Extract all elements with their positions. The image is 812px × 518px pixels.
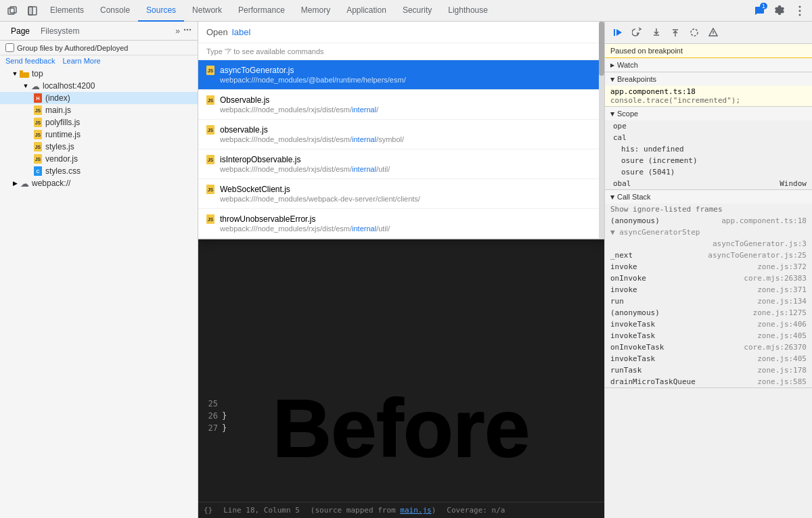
tree-item-styles-js[interactable]: JS styles.js bbox=[0, 141, 198, 153]
more-tabs-icon[interactable]: » bbox=[175, 26, 180, 36]
tree-item-localhost[interactable]: ▼ ☁ localhost:4200 bbox=[0, 80, 198, 92]
code-lines: } } bbox=[222, 410, 227, 434]
call-stack-fn-2: _next bbox=[610, 251, 633, 260]
result-item-async-to-generator[interactable]: JS asyncToGenerator.js webpack:///node_m… bbox=[198, 60, 604, 90]
settings-icon[interactable] bbox=[770, 1, 789, 20]
send-feedback-link[interactable]: Send feedback bbox=[5, 57, 55, 65]
file-icon-index: H bbox=[32, 93, 43, 103]
scope-obal-label: obal bbox=[613, 179, 631, 188]
tab-application[interactable]: Application bbox=[338, 0, 394, 22]
before-text: Before bbox=[273, 383, 530, 473]
call-stack-item-9[interactable]: invokeTask zone.js:405 bbox=[605, 330, 812, 342]
call-stack-item-3[interactable]: invoke zone.js:372 bbox=[605, 261, 812, 273]
call-stack-item-6[interactable]: run zone.js:134 bbox=[605, 296, 812, 307]
result-item-observable-lower[interactable]: JS observable.js webpack:///node_modules… bbox=[198, 120, 604, 149]
scope-item-cal: cal bbox=[605, 132, 812, 143]
more-icon[interactable] bbox=[790, 1, 809, 20]
call-stack-fn-3: invoke bbox=[610, 262, 637, 271]
tab-console[interactable]: Console bbox=[92, 0, 138, 22]
breakpoints-section: ▶ Breakpoints app.component.ts:18 consol… bbox=[605, 72, 812, 107]
call-stack-loc-11: zone.js:405 bbox=[757, 354, 807, 363]
watch-header[interactable]: ▶ Watch bbox=[605, 58, 812, 72]
result-item-websocket[interactable]: JS WebSocketClient.js webpack:///node_mo… bbox=[198, 179, 604, 209]
group-files-checkbox[interactable] bbox=[5, 43, 14, 52]
tab-network[interactable]: Network bbox=[184, 0, 230, 22]
tree-item-main[interactable]: JS main.js bbox=[0, 104, 198, 116]
result-filename-0: asyncToGenerator.js bbox=[220, 66, 294, 75]
cursor-format-btn[interactable]: {} bbox=[204, 506, 212, 515]
source-map-link[interactable]: main.js bbox=[400, 506, 431, 515]
scope-item-his: his: undefined bbox=[605, 143, 812, 155]
tree-item-polyfills[interactable]: JS polyfills.js bbox=[0, 116, 198, 128]
tree-label-polyfills: polyfills.js bbox=[45, 118, 80, 127]
call-stack-item-8[interactable]: invokeTask zone.js:406 bbox=[605, 319, 812, 330]
call-stack-item-4[interactable]: onInvoke core.mjs:26383 bbox=[605, 273, 812, 284]
tree-item-styles-css[interactable]: C styles.css bbox=[0, 165, 198, 177]
group-files-label[interactable]: Group files by Authored/Deployed bbox=[17, 44, 129, 52]
call-stack-fn-6: run bbox=[610, 297, 624, 306]
show-ignored-frames[interactable]: Show ignore-listed frames bbox=[605, 204, 812, 215]
open-file-input[interactable] bbox=[232, 27, 346, 37]
result-item-throwunobservable[interactable]: JS throwUnobservableError.js webpack:///… bbox=[198, 209, 604, 239]
tab-page[interactable]: Page bbox=[5, 22, 35, 41]
result-icon-3: JS bbox=[206, 155, 216, 164]
call-stack-item-7[interactable]: (anonymous) zone.js:1275 bbox=[605, 307, 812, 319]
result-item-observable-upper[interactable]: JS Observable.js webpack:///node_modules… bbox=[198, 90, 604, 120]
file-icon-polyfills: JS bbox=[32, 118, 43, 127]
tree-label-localhost: localhost:4200 bbox=[43, 81, 95, 91]
resume-button[interactable] bbox=[610, 24, 627, 41]
tab-memory[interactable]: Memory bbox=[293, 0, 338, 22]
restore-icon[interactable] bbox=[3, 1, 22, 20]
tab-lighthouse[interactable]: Lighthouse bbox=[440, 0, 496, 22]
scope-item-closure-5041: osure (5041) bbox=[605, 166, 812, 178]
call-stack-item-5[interactable]: invoke zone.js:371 bbox=[605, 284, 812, 296]
dialog-scrollbar[interactable] bbox=[599, 22, 604, 239]
tab-security[interactable]: Security bbox=[394, 0, 440, 22]
call-stack-item-0[interactable]: (anonymous) app.component.ts:18 bbox=[605, 215, 812, 227]
result-path-5: webpack:///node_modules/rxjs/dist/esm/in… bbox=[220, 225, 390, 233]
folder-icon-top bbox=[19, 69, 30, 78]
call-stack-header[interactable]: ▶ Call Stack bbox=[605, 190, 812, 204]
tree-item-index[interactable]: H (index) bbox=[0, 92, 198, 104]
call-stack-item-11[interactable]: invokeTask zone.js:405 bbox=[605, 353, 812, 364]
call-stack-item-async[interactable]: ▼ asyncGeneratorStep bbox=[605, 227, 812, 238]
step-out-button[interactable] bbox=[667, 24, 683, 41]
tab-performance[interactable]: Performance bbox=[230, 0, 293, 22]
call-stack-fn-13: drainMicroTaskQueue bbox=[610, 377, 696, 386]
chat-icon[interactable]: 1 bbox=[750, 1, 769, 20]
tab-sources[interactable]: Sources bbox=[138, 0, 184, 22]
call-stack-item-1[interactable]: asyncToGenerator.js:3 bbox=[605, 238, 812, 250]
result-item-isinterop[interactable]: JS isInteropObservable.js webpack:///nod… bbox=[198, 149, 604, 179]
svg-point-5 bbox=[799, 9, 801, 11]
tree-item-vendor[interactable]: JS vendor.js bbox=[0, 153, 198, 165]
call-stack-item-2[interactable]: _next asyncToGenerator.js:25 bbox=[605, 250, 812, 261]
tree-label-vendor: vendor.js bbox=[45, 154, 78, 164]
tab-elements[interactable]: Elements bbox=[42, 0, 92, 22]
breakpoints-header[interactable]: ▶ Breakpoints bbox=[605, 72, 812, 86]
toolbar-left-icons bbox=[3, 1, 42, 20]
pause-on-exception-button[interactable] bbox=[705, 24, 721, 41]
breakpoint-file: app.component.ts:18 bbox=[610, 87, 807, 96]
call-stack-item-10[interactable]: onInvokeTask core.mjs:26370 bbox=[605, 342, 812, 353]
step-over-button[interactable] bbox=[629, 24, 646, 41]
expand-arrow-webpack: ▶ bbox=[11, 180, 19, 187]
tree-item-top[interactable]: ▼ top bbox=[0, 68, 198, 80]
learn-more-link[interactable]: Learn More bbox=[62, 57, 100, 65]
tab-filesystem[interactable]: Filesystem bbox=[35, 22, 85, 41]
scope-header[interactable]: ▶ Scope bbox=[605, 107, 812, 120]
paused-banner: Paused on breakpoint bbox=[605, 44, 812, 58]
dock-icon[interactable] bbox=[23, 1, 42, 20]
call-stack-item-13[interactable]: drainMicroTaskQueue zone.js:585 bbox=[605, 376, 812, 387]
step-into-button[interactable] bbox=[648, 24, 664, 41]
call-stack-item-12[interactable]: runTask zone.js:178 bbox=[605, 364, 812, 376]
sidebar-more-icon[interactable] bbox=[183, 25, 192, 37]
tree-label-webpack: webpack:// bbox=[32, 179, 70, 188]
dialog-scrollbar-thumb[interactable] bbox=[599, 22, 604, 76]
call-stack-loc-9: zone.js:405 bbox=[757, 331, 807, 340]
breakpoint-item[interactable]: app.component.ts:18 console.trace("incre… bbox=[605, 86, 812, 106]
result-icon-4: JS bbox=[206, 185, 216, 194]
deactivate-button[interactable] bbox=[686, 24, 702, 41]
tree-item-runtime[interactable]: JS runtime.js bbox=[0, 128, 198, 141]
tree-label-runtime: runtime.js bbox=[45, 130, 81, 139]
tree-item-webpack[interactable]: ▶ ☁ webpack:// bbox=[0, 177, 198, 189]
